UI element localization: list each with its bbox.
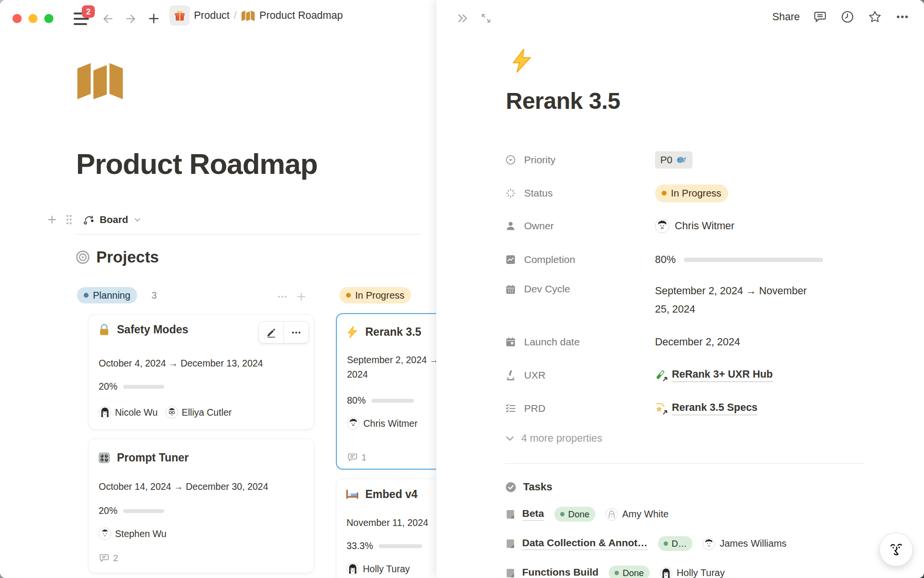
lock-icon (98, 323, 111, 336)
peek-page-title[interactable]: Rerank 3.5 (506, 88, 620, 114)
property-row-uxr[interactable]: UXR ReRank 3+ UXR Hub (505, 366, 773, 385)
avatar (166, 406, 178, 419)
add-card-icon[interactable] (296, 291, 307, 302)
progress-bar (379, 544, 422, 548)
zoom-window-button[interactable] (44, 14, 53, 23)
property-label: Status (524, 187, 655, 199)
task-status-tag[interactable]: Done (554, 507, 595, 522)
property-row-dev-cycle[interactable]: Dev Cycle September 2, 2024 → November 2… (505, 282, 814, 318)
close-peek-button[interactable] (456, 12, 469, 25)
progress-label: 20% (99, 505, 117, 516)
card-more-button[interactable] (284, 322, 308, 343)
task-title[interactable]: Data Collection & Annot… (522, 537, 648, 550)
card-safety-modes[interactable]: Safety Modes October 4, 2024 → December … (88, 314, 314, 430)
chevron-down-icon[interactable] (134, 216, 141, 223)
progress-bar (372, 399, 414, 403)
card-prompt-tuner[interactable]: Prompt Tuner October 14, 2024 → December… (88, 438, 314, 573)
double-chevron-right-icon (456, 12, 469, 25)
share-button[interactable]: Share (772, 11, 800, 23)
page-title: Product Roadmap (76, 147, 318, 181)
property-row-launch-date[interactable]: Launch date December 2, 2024 (505, 332, 740, 352)
notion-ai-button[interactable] (879, 533, 913, 566)
card-title[interactable]: Prompt Tuner (117, 451, 189, 464)
task-row[interactable]: Beta Done Amy White (505, 507, 668, 522)
divider (505, 463, 865, 464)
uxr-link[interactable]: ReRank 3+ UXR Hub (655, 368, 773, 382)
favorite-star-icon[interactable] (868, 10, 882, 24)
minimize-window-button[interactable] (28, 14, 38, 23)
ai-face-icon (886, 539, 906, 560)
divider (77, 234, 421, 235)
page-icon[interactable] (76, 62, 124, 99)
avatar (605, 508, 618, 521)
property-label: Owner (524, 220, 655, 232)
expand-page-button[interactable] (480, 12, 492, 25)
breadcrumb-page[interactable]: Product Roadmap (259, 10, 343, 22)
comment-icon (99, 552, 110, 564)
breadcrumb-workspace[interactable]: Product (194, 10, 230, 22)
task-title[interactable]: Beta (522, 508, 544, 521)
more-icon[interactable] (895, 10, 910, 24)
task-row[interactable]: Functions Build Done Holly Turay (505, 565, 725, 578)
owner-name[interactable]: Chris Witmer (675, 220, 734, 232)
comment-count: 2 (113, 553, 118, 564)
workspace-gift-icon[interactable] (169, 5, 190, 26)
more-properties-toggle[interactable]: 4 more properties (505, 433, 603, 445)
more-icon[interactable] (277, 291, 288, 302)
property-label: UXR (524, 369, 655, 381)
column-header-planning[interactable]: Planning 3 (77, 287, 157, 303)
app-window: 2 Product / (0, 0, 924, 578)
pencil-icon (266, 327, 277, 338)
task-title[interactable]: Functions Build (522, 566, 599, 578)
comments-icon[interactable] (813, 10, 827, 24)
property-row-owner[interactable]: Owner Chris Witmer (505, 216, 734, 236)
card-title[interactable]: Rerank 3.5 (365, 326, 421, 339)
page-icon (505, 567, 516, 578)
property-row-prd[interactable]: PRD Rerank 3.5 Specs (505, 399, 757, 418)
view-bar: Board (47, 210, 141, 229)
new-page-button[interactable] (147, 12, 160, 25)
property-row-priority[interactable]: Priority P0 (505, 150, 693, 170)
page-icon (505, 538, 516, 549)
updates-clock-icon[interactable] (840, 10, 855, 24)
property-row-status[interactable]: Status In Progress (505, 184, 728, 203)
property-row-completion[interactable]: Completion 80% (505, 250, 823, 269)
close-window-button[interactable] (13, 14, 22, 23)
prd-link[interactable]: Rerank 3.5 Specs (655, 402, 757, 415)
add-block-icon[interactable] (47, 214, 57, 225)
forward-button[interactable] (124, 13, 137, 25)
completion-value: 80% (655, 254, 676, 266)
status-dot (662, 191, 667, 196)
launch-date-value[interactable]: December 2, 2024 (655, 336, 740, 348)
status-tag-in-progress[interactable]: In Progress (339, 287, 411, 303)
tab-board-view[interactable]: Board (100, 214, 128, 225)
tasks-heading: Tasks (505, 481, 552, 493)
projects-section-heading: Projects (76, 247, 159, 268)
task-status-tag[interactable]: Done (609, 565, 650, 578)
progress-label: 33.3% (346, 540, 373, 552)
circle-check-icon (505, 481, 517, 493)
status-dot (664, 541, 668, 546)
update-count-badge[interactable]: 2 (82, 5, 95, 18)
drag-handle-icon[interactable] (65, 214, 73, 225)
status-tag-in-progress[interactable]: In Progress (655, 184, 728, 202)
dev-cycle-value[interactable]: September 2, 2024 → November 25, 2024 (655, 282, 814, 318)
priority-value-pill[interactable]: P0 (655, 151, 693, 169)
progress-bar (123, 385, 164, 389)
column-count: 3 (152, 290, 157, 301)
person-name: Holly Turay (363, 564, 410, 575)
assignee-name: Amy White (622, 509, 669, 520)
avatar (703, 538, 715, 550)
completion-bar (684, 258, 823, 262)
edit-card-button[interactable] (259, 322, 283, 343)
card-title[interactable]: Embed v4 (365, 488, 418, 501)
property-label: Completion (524, 254, 655, 265)
status-tag-planning[interactable]: Planning (77, 287, 137, 303)
breadcrumb: Product / Product Roadmap (169, 5, 343, 26)
back-button[interactable] (102, 13, 115, 25)
card-title[interactable]: Safety Modes (117, 323, 188, 336)
task-status-tag[interactable]: D… (658, 536, 693, 551)
peek-page-icon[interactable] (510, 48, 535, 73)
task-row[interactable]: Data Collection & Annot… D… James Willia… (505, 536, 786, 551)
column-header-in-progress[interactable]: In Progress (339, 287, 411, 303)
